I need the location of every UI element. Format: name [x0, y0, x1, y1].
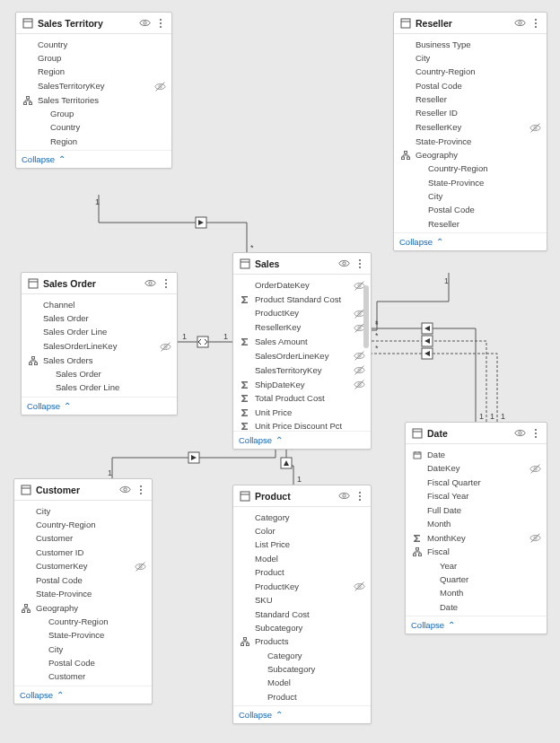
field-row[interactable]: Group — [16, 51, 171, 65]
field-row[interactable]: Sales Territories — [16, 93, 171, 107]
field-row[interactable]: City — [14, 642, 152, 656]
table-header[interactable]: Sales Order — [22, 273, 177, 294]
field-row[interactable]: Year — [406, 559, 547, 573]
field-row[interactable]: Geography — [394, 148, 547, 162]
field-row[interactable]: Region — [16, 66, 171, 79]
collapse-link[interactable]: Collapse ⌃ — [233, 705, 371, 723]
field-row[interactable]: Sales Order — [22, 367, 177, 380]
field-row[interactable]: Month — [406, 587, 547, 600]
field-row[interactable]: Reseller ID — [394, 107, 547, 120]
more-icon[interactable] — [135, 484, 146, 495]
table-reseller[interactable]: Reseller Business TypeCityCountry-Region… — [393, 12, 547, 251]
field-row[interactable]: Unit Price — [233, 406, 371, 419]
field-row[interactable]: Total Product Cost — [233, 392, 371, 406]
field-row[interactable]: Product — [233, 565, 371, 579]
field-row[interactable]: City — [14, 504, 152, 518]
field-row[interactable]: Category — [233, 649, 371, 662]
scrollbar[interactable] — [363, 276, 369, 427]
field-row[interactable]: SalesTerritoryKey — [233, 363, 371, 378]
field-row[interactable]: MonthKey — [406, 531, 547, 546]
field-row[interactable]: Product — [233, 690, 371, 704]
eye-icon[interactable] — [139, 17, 151, 29]
field-row[interactable]: ProductKey — [233, 306, 371, 320]
eye-icon[interactable] — [144, 277, 156, 289]
field-row[interactable]: State-Province — [394, 176, 547, 189]
table-header[interactable]: Date — [406, 423, 547, 444]
field-row[interactable]: SalesOrderLineKey — [233, 349, 371, 363]
eye-icon[interactable] — [338, 258, 350, 269]
more-icon[interactable] — [529, 17, 541, 29]
field-row[interactable]: ProductKey — [233, 580, 371, 594]
table-header[interactable]: Sales — [233, 253, 371, 275]
collapse-link[interactable]: Collapse ⌃ — [233, 431, 371, 449]
field-row[interactable]: Fiscal Quarter — [406, 476, 547, 489]
field-row[interactable]: Channel — [22, 298, 177, 311]
field-row[interactable]: State-Province — [14, 588, 152, 601]
more-icon[interactable] — [160, 277, 171, 289]
field-row[interactable]: Region — [16, 135, 171, 148]
field-row[interactable]: Country — [16, 38, 171, 51]
more-icon[interactable] — [354, 258, 365, 269]
field-row[interactable]: SalesOrderLineKey — [22, 339, 177, 354]
table-header[interactable]: Sales Territory — [16, 13, 171, 34]
field-row[interactable]: Group — [16, 107, 171, 120]
field-row[interactable]: City — [394, 189, 547, 203]
field-row[interactable]: Sales Amount — [233, 335, 371, 348]
field-row[interactable]: Customer — [14, 670, 152, 684]
field-row[interactable]: Country-Region — [394, 162, 547, 176]
field-row[interactable]: Color — [233, 524, 371, 538]
field-row[interactable]: ShipDateKey — [233, 378, 371, 392]
field-row[interactable]: Sales Orders — [22, 354, 177, 367]
field-row[interactable]: List Price — [233, 538, 371, 552]
field-row[interactable]: Postal Code — [394, 79, 547, 92]
field-row[interactable]: SalesTerritoryKey — [16, 79, 171, 93]
field-row[interactable]: DateKey — [406, 461, 547, 476]
field-row[interactable]: Unit Price Discount Pct — [233, 419, 371, 431]
field-row[interactable]: Postal Code — [14, 656, 152, 669]
eye-icon[interactable] — [514, 17, 526, 29]
field-row[interactable]: Subcategory — [233, 621, 371, 634]
field-row[interactable]: ResellerKey — [394, 120, 547, 135]
field-row[interactable]: City — [394, 51, 547, 65]
table-sales[interactable]: Sales OrderDateKeyProduct Standard CostP… — [232, 252, 372, 450]
field-row[interactable]: Products — [233, 635, 371, 649]
field-row[interactable]: OrderDateKey — [233, 278, 371, 293]
field-row[interactable]: Postal Code — [14, 573, 152, 587]
field-row[interactable]: Standard Cost — [233, 608, 371, 621]
field-row[interactable]: Geography — [14, 601, 152, 615]
field-row[interactable]: Product Standard Cost — [233, 293, 371, 306]
field-row[interactable]: Sales Order Line — [22, 381, 177, 395]
field-row[interactable]: State-Province — [394, 135, 547, 148]
eye-icon[interactable] — [338, 490, 350, 502]
more-icon[interactable] — [529, 427, 541, 439]
collapse-link[interactable]: Collapse ⌃ — [14, 686, 152, 704]
table-header[interactable]: Customer — [14, 479, 152, 501]
field-row[interactable]: Business Type — [394, 38, 547, 51]
field-row[interactable]: Category — [233, 511, 371, 524]
field-row[interactable]: Customer ID — [14, 546, 152, 559]
collapse-link[interactable]: Collapse ⌃ — [22, 397, 177, 415]
field-row[interactable]: Subcategory — [233, 662, 371, 676]
eye-icon[interactable] — [119, 484, 131, 495]
table-header[interactable]: Reseller — [394, 13, 547, 34]
field-row[interactable]: Reseller — [394, 217, 547, 231]
field-row[interactable]: Model — [233, 677, 371, 690]
field-row[interactable]: Reseller — [394, 92, 547, 106]
table-sales-order[interactable]: Sales Order ChannelSales OrderSales Orde… — [21, 272, 178, 415]
field-row[interactable]: CustomerKey — [14, 559, 152, 573]
field-row[interactable]: Date — [406, 448, 547, 461]
collapse-link[interactable]: Collapse ⌃ — [394, 232, 547, 250]
field-row[interactable]: Quarter — [406, 573, 547, 586]
field-row[interactable]: Date — [406, 600, 547, 614]
field-row[interactable]: Model — [233, 552, 371, 565]
field-row[interactable]: Month — [406, 517, 547, 530]
field-row[interactable]: Fiscal Year — [406, 490, 547, 503]
more-icon[interactable] — [354, 490, 365, 502]
field-row[interactable]: Country-Region — [14, 615, 152, 628]
eye-icon[interactable] — [514, 427, 526, 439]
field-row[interactable]: Postal Code — [394, 204, 547, 217]
field-row[interactable]: Sales Order — [22, 311, 177, 325]
field-row[interactable]: Customer — [14, 532, 152, 546]
table-header[interactable]: Product — [233, 485, 371, 507]
collapse-link[interactable]: Collapse ⌃ — [406, 616, 547, 634]
